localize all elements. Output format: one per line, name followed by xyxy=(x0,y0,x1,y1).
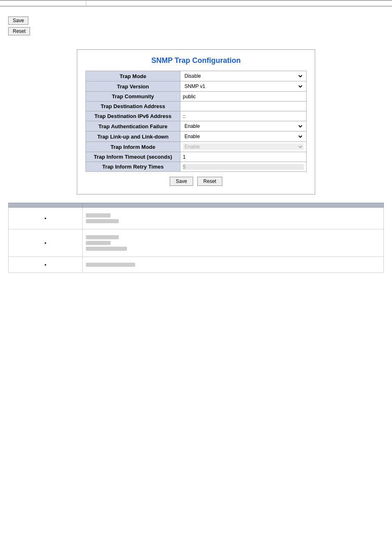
row-value-trap-dest-addr xyxy=(180,102,307,111)
panel-buttons: Save Reset xyxy=(85,177,307,186)
trap-version-select[interactable]: SNMP v1 SNMP v2c SNMP v3 xyxy=(183,83,304,90)
row-value-trap-mode: Disable Enable xyxy=(180,71,307,81)
desc-table-header-row xyxy=(9,203,384,208)
desc-text-block-2 xyxy=(86,232,380,254)
table-row: Trap Community xyxy=(86,92,307,102)
row-label-trap-inform-retry: Trap Inform Retry Times xyxy=(86,162,180,172)
desc-content-2 xyxy=(83,229,384,257)
snmp-config-table: Trap Mode Disable Enable Trap Version SN… xyxy=(85,71,307,172)
desc-text-block-1 xyxy=(86,210,380,227)
trap-community-input[interactable] xyxy=(183,94,304,99)
top-buttons-area: Save Reset xyxy=(0,13,392,41)
desc-text-block-3 xyxy=(86,259,380,270)
table-row: Trap Inform Timeout (seconds) xyxy=(86,152,307,162)
desc-col1-header xyxy=(9,203,83,208)
table-row: Trap Destination IPv6 Address xyxy=(86,111,307,121)
trap-inform-timeout-input[interactable] xyxy=(183,154,304,160)
desc-bullet-1: • xyxy=(9,208,83,229)
row-label-trap-version: Trap Version xyxy=(86,81,180,92)
trap-mode-select[interactable]: Disable Enable xyxy=(183,73,304,79)
desc-content-3 xyxy=(83,257,384,273)
row-value-trap-inform-timeout xyxy=(180,152,307,162)
desc-bullet-3: • xyxy=(9,257,83,273)
row-value-trap-auth-fail: Enable Disable xyxy=(180,121,307,132)
trap-inform-retry-input xyxy=(183,164,304,170)
row-label-trap-linkup: Trap Link-up and Link-down xyxy=(86,132,180,142)
row-label-trap-inform-timeout: Trap Inform Timeout (seconds) xyxy=(86,152,180,162)
snmp-panel: SNMP Trap Configuration Trap Mode Disabl… xyxy=(77,49,315,194)
desc-table-row: • xyxy=(9,257,384,273)
snmp-panel-title: SNMP Trap Configuration xyxy=(85,56,307,65)
desc-col2-header xyxy=(83,203,384,208)
top-header xyxy=(0,0,392,7)
desc-table-row: • xyxy=(9,208,384,229)
desc-placeholder-line xyxy=(86,247,127,251)
row-value-trap-version: SNMP v1 SNMP v2c SNMP v3 xyxy=(180,81,307,92)
row-value-trap-inform-mode: Enable Disable xyxy=(180,142,307,152)
table-row: Trap Mode Disable Enable xyxy=(86,71,307,81)
row-label-trap-inform-mode: Trap Inform Mode xyxy=(86,142,180,152)
desc-table: • • xyxy=(8,203,384,273)
trap-auth-fail-select[interactable]: Enable Disable xyxy=(183,123,304,130)
table-row: Trap Inform Mode Enable Disable xyxy=(86,142,307,152)
desc-placeholder-line xyxy=(86,219,119,223)
desc-content-1 xyxy=(83,208,384,229)
panel-reset-button[interactable]: Reset xyxy=(197,177,222,186)
panel-save-button[interactable]: Save xyxy=(170,177,193,186)
header-left xyxy=(0,1,86,6)
trap-inform-mode-select[interactable]: Enable Disable xyxy=(183,143,304,150)
table-row: Trap Inform Retry Times xyxy=(86,162,307,172)
desc-placeholder-line xyxy=(86,241,111,245)
row-value-trap-dest-ipv6 xyxy=(180,111,307,121)
header-right xyxy=(86,1,392,6)
desc-placeholder-line xyxy=(86,213,111,217)
trap-dest-addr-input[interactable] xyxy=(183,104,304,109)
top-reset-button[interactable]: Reset xyxy=(8,27,30,35)
snmp-panel-wrapper: SNMP Trap Configuration Trap Mode Disabl… xyxy=(16,49,376,194)
desc-placeholder-line xyxy=(86,235,119,239)
top-save-button[interactable]: Save xyxy=(8,16,28,25)
table-row: Trap Authentication Failure Enable Disab… xyxy=(86,121,307,132)
desc-placeholder-line xyxy=(86,263,135,267)
desc-table-row: • xyxy=(9,229,384,257)
row-value-trap-community xyxy=(180,92,307,102)
trap-linkup-select[interactable]: Enable Disable xyxy=(183,133,304,140)
table-row: Trap Version SNMP v1 SNMP v2c SNMP v3 xyxy=(86,81,307,92)
row-value-trap-linkup: Enable Disable xyxy=(180,132,307,142)
trap-dest-ipv6-input[interactable] xyxy=(183,113,304,119)
table-row: Trap Link-up and Link-down Enable Disabl… xyxy=(86,132,307,142)
row-label-trap-auth-fail: Trap Authentication Failure xyxy=(86,121,180,132)
row-label-trap-dest-addr: Trap Destination Address xyxy=(86,102,180,111)
row-label-trap-dest-ipv6: Trap Destination IPv6 Address xyxy=(86,111,180,121)
row-label-trap-mode: Trap Mode xyxy=(86,71,180,81)
desc-section: • • xyxy=(8,203,384,273)
table-row: Trap Destination Address xyxy=(86,102,307,111)
row-value-trap-inform-retry xyxy=(180,162,307,172)
row-label-trap-community: Trap Community xyxy=(86,92,180,102)
desc-bullet-2: • xyxy=(9,229,83,257)
